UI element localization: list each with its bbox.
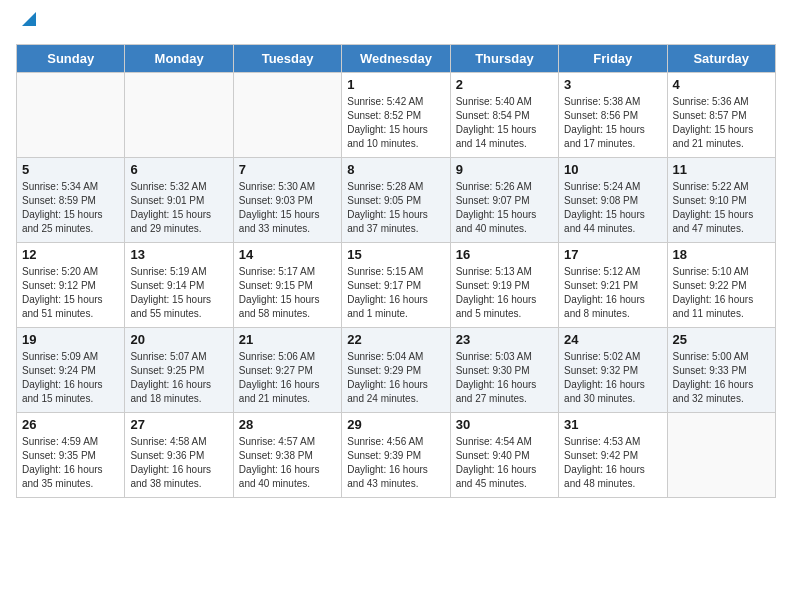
calendar-day-9: 9Sunrise: 5:26 AM Sunset: 9:07 PM Daylig… bbox=[450, 158, 558, 243]
calendar-day-20: 20Sunrise: 5:07 AM Sunset: 9:25 PM Dayli… bbox=[125, 328, 233, 413]
calendar-week-row: 1Sunrise: 5:42 AM Sunset: 8:52 PM Daylig… bbox=[17, 73, 776, 158]
day-number: 14 bbox=[239, 247, 336, 262]
day-number: 11 bbox=[673, 162, 770, 177]
col-header-friday: Friday bbox=[559, 45, 667, 73]
calendar-day-17: 17Sunrise: 5:12 AM Sunset: 9:21 PM Dayli… bbox=[559, 243, 667, 328]
day-number: 2 bbox=[456, 77, 553, 92]
calendar-day-6: 6Sunrise: 5:32 AM Sunset: 9:01 PM Daylig… bbox=[125, 158, 233, 243]
day-info: Sunrise: 5:10 AM Sunset: 9:22 PM Dayligh… bbox=[673, 265, 770, 321]
calendar-day-13: 13Sunrise: 5:19 AM Sunset: 9:14 PM Dayli… bbox=[125, 243, 233, 328]
day-number: 7 bbox=[239, 162, 336, 177]
day-number: 4 bbox=[673, 77, 770, 92]
calendar-week-row: 12Sunrise: 5:20 AM Sunset: 9:12 PM Dayli… bbox=[17, 243, 776, 328]
day-info: Sunrise: 5:13 AM Sunset: 9:19 PM Dayligh… bbox=[456, 265, 553, 321]
day-info: Sunrise: 5:02 AM Sunset: 9:32 PM Dayligh… bbox=[564, 350, 661, 406]
calendar-week-row: 5Sunrise: 5:34 AM Sunset: 8:59 PM Daylig… bbox=[17, 158, 776, 243]
day-number: 22 bbox=[347, 332, 444, 347]
day-info: Sunrise: 5:15 AM Sunset: 9:17 PM Dayligh… bbox=[347, 265, 444, 321]
calendar-week-row: 26Sunrise: 4:59 AM Sunset: 9:35 PM Dayli… bbox=[17, 413, 776, 498]
day-number: 31 bbox=[564, 417, 661, 432]
day-number: 30 bbox=[456, 417, 553, 432]
day-info: Sunrise: 5:28 AM Sunset: 9:05 PM Dayligh… bbox=[347, 180, 444, 236]
day-info: Sunrise: 5:42 AM Sunset: 8:52 PM Dayligh… bbox=[347, 95, 444, 151]
calendar-empty-cell bbox=[17, 73, 125, 158]
day-info: Sunrise: 5:30 AM Sunset: 9:03 PM Dayligh… bbox=[239, 180, 336, 236]
calendar-day-30: 30Sunrise: 4:54 AM Sunset: 9:40 PM Dayli… bbox=[450, 413, 558, 498]
calendar-day-18: 18Sunrise: 5:10 AM Sunset: 9:22 PM Dayli… bbox=[667, 243, 775, 328]
calendar-week-row: 19Sunrise: 5:09 AM Sunset: 9:24 PM Dayli… bbox=[17, 328, 776, 413]
calendar-day-23: 23Sunrise: 5:03 AM Sunset: 9:30 PM Dayli… bbox=[450, 328, 558, 413]
day-number: 12 bbox=[22, 247, 119, 262]
day-info: Sunrise: 5:32 AM Sunset: 9:01 PM Dayligh… bbox=[130, 180, 227, 236]
day-info: Sunrise: 4:53 AM Sunset: 9:42 PM Dayligh… bbox=[564, 435, 661, 491]
calendar-day-26: 26Sunrise: 4:59 AM Sunset: 9:35 PM Dayli… bbox=[17, 413, 125, 498]
day-number: 8 bbox=[347, 162, 444, 177]
calendar-day-2: 2Sunrise: 5:40 AM Sunset: 8:54 PM Daylig… bbox=[450, 73, 558, 158]
day-number: 23 bbox=[456, 332, 553, 347]
day-info: Sunrise: 5:04 AM Sunset: 9:29 PM Dayligh… bbox=[347, 350, 444, 406]
calendar-day-27: 27Sunrise: 4:58 AM Sunset: 9:36 PM Dayli… bbox=[125, 413, 233, 498]
day-number: 26 bbox=[22, 417, 119, 432]
day-info: Sunrise: 4:57 AM Sunset: 9:38 PM Dayligh… bbox=[239, 435, 336, 491]
day-info: Sunrise: 5:17 AM Sunset: 9:15 PM Dayligh… bbox=[239, 265, 336, 321]
col-header-monday: Monday bbox=[125, 45, 233, 73]
calendar-day-19: 19Sunrise: 5:09 AM Sunset: 9:24 PM Dayli… bbox=[17, 328, 125, 413]
day-info: Sunrise: 5:38 AM Sunset: 8:56 PM Dayligh… bbox=[564, 95, 661, 151]
day-info: Sunrise: 5:07 AM Sunset: 9:25 PM Dayligh… bbox=[130, 350, 227, 406]
calendar-day-15: 15Sunrise: 5:15 AM Sunset: 9:17 PM Dayli… bbox=[342, 243, 450, 328]
calendar-day-11: 11Sunrise: 5:22 AM Sunset: 9:10 PM Dayli… bbox=[667, 158, 775, 243]
calendar-header-row: SundayMondayTuesdayWednesdayThursdayFrid… bbox=[17, 45, 776, 73]
col-header-thursday: Thursday bbox=[450, 45, 558, 73]
calendar-day-14: 14Sunrise: 5:17 AM Sunset: 9:15 PM Dayli… bbox=[233, 243, 341, 328]
day-number: 15 bbox=[347, 247, 444, 262]
calendar-day-28: 28Sunrise: 4:57 AM Sunset: 9:38 PM Dayli… bbox=[233, 413, 341, 498]
logo-arrow-icon bbox=[18, 8, 40, 30]
calendar-day-29: 29Sunrise: 4:56 AM Sunset: 9:39 PM Dayli… bbox=[342, 413, 450, 498]
day-info: Sunrise: 5:24 AM Sunset: 9:08 PM Dayligh… bbox=[564, 180, 661, 236]
day-info: Sunrise: 4:56 AM Sunset: 9:39 PM Dayligh… bbox=[347, 435, 444, 491]
calendar-day-22: 22Sunrise: 5:04 AM Sunset: 9:29 PM Dayli… bbox=[342, 328, 450, 413]
day-number: 3 bbox=[564, 77, 661, 92]
logo bbox=[16, 16, 40, 34]
day-number: 28 bbox=[239, 417, 336, 432]
calendar-day-24: 24Sunrise: 5:02 AM Sunset: 9:32 PM Dayli… bbox=[559, 328, 667, 413]
calendar-day-21: 21Sunrise: 5:06 AM Sunset: 9:27 PM Dayli… bbox=[233, 328, 341, 413]
day-info: Sunrise: 5:22 AM Sunset: 9:10 PM Dayligh… bbox=[673, 180, 770, 236]
calendar-empty-cell bbox=[125, 73, 233, 158]
day-info: Sunrise: 5:34 AM Sunset: 8:59 PM Dayligh… bbox=[22, 180, 119, 236]
day-info: Sunrise: 5:26 AM Sunset: 9:07 PM Dayligh… bbox=[456, 180, 553, 236]
day-number: 10 bbox=[564, 162, 661, 177]
calendar-day-7: 7Sunrise: 5:30 AM Sunset: 9:03 PM Daylig… bbox=[233, 158, 341, 243]
calendar-day-4: 4Sunrise: 5:36 AM Sunset: 8:57 PM Daylig… bbox=[667, 73, 775, 158]
day-info: Sunrise: 5:03 AM Sunset: 9:30 PM Dayligh… bbox=[456, 350, 553, 406]
calendar-day-25: 25Sunrise: 5:00 AM Sunset: 9:33 PM Dayli… bbox=[667, 328, 775, 413]
day-info: Sunrise: 5:00 AM Sunset: 9:33 PM Dayligh… bbox=[673, 350, 770, 406]
calendar-table: SundayMondayTuesdayWednesdayThursdayFrid… bbox=[16, 44, 776, 498]
day-number: 6 bbox=[130, 162, 227, 177]
calendar-day-16: 16Sunrise: 5:13 AM Sunset: 9:19 PM Dayli… bbox=[450, 243, 558, 328]
day-number: 9 bbox=[456, 162, 553, 177]
calendar-day-8: 8Sunrise: 5:28 AM Sunset: 9:05 PM Daylig… bbox=[342, 158, 450, 243]
day-info: Sunrise: 5:12 AM Sunset: 9:21 PM Dayligh… bbox=[564, 265, 661, 321]
day-info: Sunrise: 5:20 AM Sunset: 9:12 PM Dayligh… bbox=[22, 265, 119, 321]
col-header-tuesday: Tuesday bbox=[233, 45, 341, 73]
day-number: 17 bbox=[564, 247, 661, 262]
svg-marker-0 bbox=[22, 12, 36, 26]
day-number: 20 bbox=[130, 332, 227, 347]
day-info: Sunrise: 5:06 AM Sunset: 9:27 PM Dayligh… bbox=[239, 350, 336, 406]
day-number: 13 bbox=[130, 247, 227, 262]
calendar-day-3: 3Sunrise: 5:38 AM Sunset: 8:56 PM Daylig… bbox=[559, 73, 667, 158]
day-info: Sunrise: 5:19 AM Sunset: 9:14 PM Dayligh… bbox=[130, 265, 227, 321]
day-info: Sunrise: 4:59 AM Sunset: 9:35 PM Dayligh… bbox=[22, 435, 119, 491]
calendar-day-31: 31Sunrise: 4:53 AM Sunset: 9:42 PM Dayli… bbox=[559, 413, 667, 498]
day-number: 5 bbox=[22, 162, 119, 177]
calendar-day-12: 12Sunrise: 5:20 AM Sunset: 9:12 PM Dayli… bbox=[17, 243, 125, 328]
day-number: 21 bbox=[239, 332, 336, 347]
day-number: 24 bbox=[564, 332, 661, 347]
col-header-saturday: Saturday bbox=[667, 45, 775, 73]
calendar-day-10: 10Sunrise: 5:24 AM Sunset: 9:08 PM Dayli… bbox=[559, 158, 667, 243]
col-header-wednesday: Wednesday bbox=[342, 45, 450, 73]
day-number: 27 bbox=[130, 417, 227, 432]
day-info: Sunrise: 5:09 AM Sunset: 9:24 PM Dayligh… bbox=[22, 350, 119, 406]
calendar-day-5: 5Sunrise: 5:34 AM Sunset: 8:59 PM Daylig… bbox=[17, 158, 125, 243]
